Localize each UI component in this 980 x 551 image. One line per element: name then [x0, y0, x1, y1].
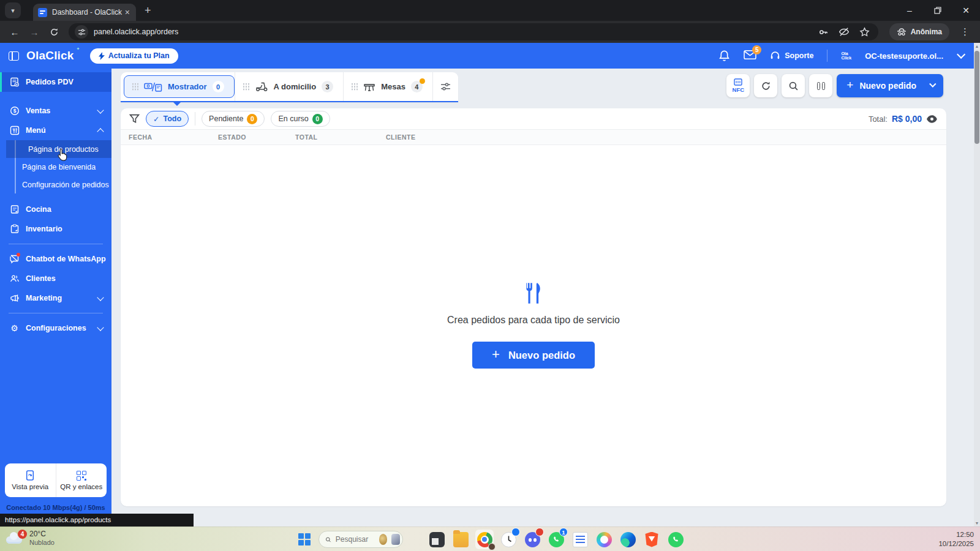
drag-handle-icon[interactable] [132, 83, 138, 91]
omnibox-icons [818, 26, 870, 37]
incognito-icon [897, 28, 907, 36]
preview-button[interactable]: Vista previa [5, 463, 56, 497]
column-header-fecha[interactable]: FECHA [121, 133, 210, 141]
service-tabs: Mostrador 0 A domicilio 3 Mesas 4 [121, 72, 458, 102]
taskbar-brave[interactable] [643, 530, 661, 549]
drag-handle-icon[interactable] [243, 83, 249, 91]
tab-search-button[interactable]: ▾ [5, 2, 21, 18]
toggle-visibility-eye-icon[interactable] [926, 114, 938, 124]
account-name[interactable]: OC-testesuporte.ol... [865, 51, 943, 61]
scrollbar-thumb[interactable] [974, 51, 979, 144]
site-settings-icon[interactable] [75, 25, 88, 39]
browser-window: ▾ Dashboard - OlaClick × + – ✕ ← → [0, 0, 980, 527]
nfc-button[interactable]: NFC [726, 74, 750, 97]
new-order-chevron-icon[interactable] [929, 81, 936, 88]
forward-button[interactable]: → [26, 23, 43, 40]
sidebar-item-clientes[interactable]: Clientes [0, 269, 111, 288]
sidebar-item-configuraciones[interactable]: ⚙ Configuraciones [0, 318, 111, 338]
scroll-down-arrow[interactable]: ▼ [974, 521, 980, 525]
tab-mesas[interactable]: Mesas 4 [343, 72, 432, 101]
empty-state-new-order-button[interactable]: + Nuevo pedido [472, 342, 595, 369]
weather-widget[interactable]: 4 20°C Nublado [6, 530, 55, 547]
browser-tab[interactable]: Dashboard - OlaClick × [33, 4, 136, 21]
sidebar-item-menu[interactable]: Menú [0, 121, 111, 140]
reload-button[interactable] [45, 23, 62, 40]
fork-knife-icon [521, 281, 546, 305]
filter-funnel-icon[interactable] [129, 114, 140, 124]
password-key-icon[interactable] [818, 27, 829, 37]
upgrade-plan-button[interactable]: Actualiza tu Plan [90, 48, 178, 64]
orders-main: Mostrador 0 A domicilio 3 Mesas 4 [111, 69, 974, 527]
sidebar-item-chatbot-whatsapp[interactable]: Chatbot de WhatsApp [0, 249, 111, 269]
sidebar-item-inventario[interactable]: Inventario [0, 219, 111, 239]
bookmark-star-icon[interactable] [859, 27, 870, 37]
restore-button[interactable] [924, 0, 952, 21]
taskbar-chrome[interactable] [475, 530, 494, 549]
sidebar-item-ventas[interactable]: $ Ventas [0, 101, 111, 121]
customers-icon [9, 274, 20, 283]
notifications-bell-icon[interactable] [718, 50, 730, 62]
inventory-icon [9, 224, 20, 234]
scroll-up-arrow[interactable]: ▲ [974, 44, 980, 48]
nfc-label: NFC [733, 86, 745, 93]
incognito-badge[interactable]: Anônima [889, 23, 949, 40]
taskbar-clock[interactable]: 12:50 10/12/2025 [938, 530, 974, 549]
taskbar-edge[interactable] [619, 530, 637, 549]
qr-code-icon [77, 471, 86, 481]
url-text[interactable]: panel.olaclick.app/orders [94, 28, 818, 36]
sidebar-label: Inventario [26, 225, 62, 233]
tab-close-icon[interactable]: × [124, 7, 131, 17]
search-highlight-image[interactable] [391, 534, 400, 545]
sidebar-item-cocina[interactable]: Cocina [0, 200, 111, 219]
column-header-total[interactable]: TOTAL [287, 133, 378, 141]
browser-tabstrip: ▾ Dashboard - OlaClick × + – ✕ [0, 0, 980, 21]
column-header-estado[interactable]: ESTADO [210, 133, 287, 141]
minimize-button[interactable]: – [895, 0, 924, 21]
new-order-label: Nuevo pedido [859, 81, 916, 91]
tabs-settings-button[interactable] [432, 72, 458, 101]
account-chevron-down-icon[interactable] [957, 50, 965, 59]
sidebar-item-marketing[interactable]: Marketing [0, 288, 111, 308]
new-order-button[interactable]: + Nuevo pedido [837, 74, 943, 97]
taskbar-clock-app[interactable] [499, 530, 518, 549]
messages-icon[interactable]: 5 [744, 50, 756, 62]
taskbar-whatsapp-2[interactable] [666, 530, 685, 549]
filter-chip-todo[interactable]: ✓ Todo [146, 111, 189, 127]
taskbar-file-explorer[interactable] [451, 530, 470, 549]
close-button[interactable]: ✕ [952, 0, 980, 21]
taskbar-discord[interactable] [523, 530, 541, 549]
sidebar-toggle-icon[interactable] [9, 51, 19, 61]
search-button[interactable] [782, 74, 805, 97]
refresh-button[interactable] [754, 74, 777, 97]
taskbar-search[interactable] [318, 531, 403, 548]
filter-chip-en-curso[interactable]: En curso 0 [271, 111, 330, 127]
taskbar-copilot[interactable] [595, 530, 613, 549]
check-icon: ✓ [153, 114, 159, 124]
taskbar-notes-app[interactable] [571, 530, 589, 549]
taskbar-whatsapp[interactable]: 1 [547, 530, 565, 549]
taskbar-search-input[interactable] [336, 535, 375, 544]
sidebar-item-pedidos-pdv[interactable]: Pedidos PDV [0, 72, 111, 92]
page-scrollbar[interactable]: ▲ ▼ [974, 43, 980, 527]
address-bar[interactable]: panel.olaclick.app/orders [69, 23, 878, 40]
headset-icon [770, 51, 780, 61]
tab-a-domicilio[interactable]: A domicilio 3 [235, 72, 344, 101]
taskbar-app-dark[interactable] [428, 530, 446, 549]
search-highlight-image[interactable] [379, 534, 388, 545]
support-label: Soporte [785, 51, 813, 60]
browser-menu-icon[interactable]: ⋮ [957, 26, 974, 37]
qr-links-button[interactable]: QR y enlaces [56, 463, 107, 497]
new-tab-button[interactable]: + [145, 4, 151, 17]
eye-off-icon[interactable] [839, 26, 850, 37]
filter-row: ✓ Todo Pendiente 0 En curso 0 Total: R$ [121, 108, 946, 129]
back-button[interactable]: ← [6, 23, 23, 40]
start-button[interactable] [298, 533, 311, 545]
column-view-button[interactable] [809, 74, 832, 97]
taskbar-icons: 1 [428, 530, 685, 549]
filter-chip-pendiente[interactable]: Pendiente 0 [202, 111, 265, 127]
submenu-item-configuracion-de-pedidos[interactable]: Configuración de pedidos [16, 176, 111, 193]
support-button[interactable]: Soporte [770, 51, 813, 61]
column-header-cliente[interactable]: CLIENTE [378, 133, 946, 141]
drag-handle-icon[interactable] [351, 83, 358, 91]
tab-mostrador[interactable]: Mostrador 0 [124, 75, 235, 98]
